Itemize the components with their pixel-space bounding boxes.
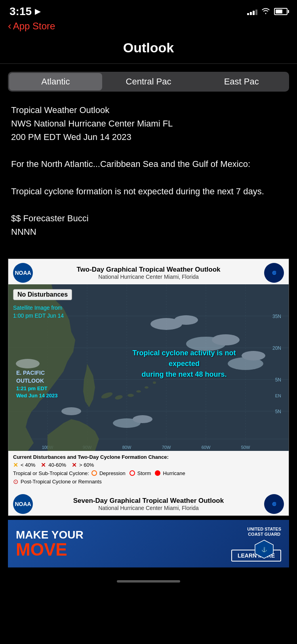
noaa-logo: NOAA [13, 263, 33, 283]
svg-point-28 [153, 381, 156, 384]
ad-text-left: MAKE YOUR MOVE [16, 529, 84, 559]
legend-row-3: Tropical or Sub-Tropical Cyclone: Depres… [13, 470, 284, 476]
ad-make-your: MAKE YOUR [16, 529, 84, 541]
svg-text:5N: 5N [275, 409, 281, 414]
ad-brand-line1: UNITED STATES [247, 527, 281, 532]
segment-control: Atlantic Central Pac East Pac [8, 72, 289, 92]
outlook-content: Tropical Weather Outlook NWS National Hu… [0, 100, 297, 247]
svg-point-37 [16, 359, 40, 368]
sat-time-label: Satellite Image from 1:00 pm EDT Jun 14 [13, 304, 64, 320]
wifi-icon [261, 7, 270, 16]
epac-label: E. PACIFIC OUTLOOK 1:21 pm EDT Wed Jun 1… [16, 369, 58, 399]
battery-icon [274, 8, 287, 15]
legend-title: Current Disturbances and Two-Day Cyclone… [13, 454, 169, 460]
legend-row-1: Current Disturbances and Two-Day Cyclone… [13, 454, 284, 460]
seven-day-title: Seven-Day Graphical Tropical Weather Out… [33, 497, 264, 505]
two-day-map-container: NOAA Two-Day Graphical Tropical Weather … [8, 259, 289, 516]
hurricane-icon [155, 470, 160, 476]
app-store-label: App Store [13, 21, 55, 32]
depression-icon [91, 470, 97, 476]
post-tropical-label: Post-Tropical Cyclone or Remnants [21, 479, 102, 485]
svg-point-38 [61, 407, 81, 415]
nhc-logo-2: 🌀 [264, 494, 284, 514]
svg-text:35N: 35N [272, 314, 281, 319]
svg-text:80W: 80W [122, 445, 131, 450]
home-indicator [0, 575, 297, 585]
svg-point-32 [212, 334, 240, 345]
sat-message: Tropical cyclone activity is not expecte… [125, 348, 244, 380]
bar3 [253, 11, 255, 15]
depression-label: Depression [99, 470, 126, 476]
seven-day-sub: National Hurricane Center Miami, Florida [33, 505, 264, 511]
status-time: 3:15 ▶ [10, 5, 40, 18]
svg-point-26 [136, 390, 141, 393]
location-icon: ▶ [35, 7, 40, 16]
tab-atlantic[interactable]: Atlantic [9, 73, 102, 90]
storm-label: Storm [137, 470, 151, 476]
nav-bar: Outlook [0, 36, 297, 63]
svg-point-25 [128, 394, 134, 397]
sat-legend: Current Disturbances and Two-Day Cyclone… [8, 451, 289, 490]
signal-bars [247, 8, 257, 15]
page-title: Outlook [123, 40, 174, 56]
seven-day-header-center: Seven-Day Graphical Tropical Weather Out… [33, 497, 264, 511]
status-bar: 3:15 ▶ [0, 0, 297, 20]
home-bar [117, 580, 180, 583]
storm-icon [129, 470, 135, 476]
legend-high-label: > 60% [79, 462, 94, 468]
ad-brand-line2: COAST GUARD [247, 532, 281, 537]
svg-point-30 [174, 315, 198, 325]
coast-guard-emblem: ⚓ [254, 539, 274, 559]
legend-type-label: Tropical or Sub-Tropical Cyclone: [13, 470, 89, 476]
outlook-text: Tropical Weather Outlook NWS National Hu… [11, 104, 286, 239]
two-day-sub: National Hurricane Center Miami, Florida [33, 274, 264, 280]
back-arrow-icon: ‹ [8, 20, 11, 32]
legend-row-2: ✕ < 40% ✕ 40-60% ✕ > 60% [13, 462, 284, 469]
battery-fill [276, 10, 282, 13]
status-right [247, 7, 287, 16]
hurricane-label: Hurricane [163, 470, 185, 476]
legend-low-label: < 40% [21, 462, 35, 468]
bar4 [255, 10, 257, 15]
satellite-map: 35N 20N 5N EN 5N 100W 90W 80W 70W 60W 50… [8, 284, 289, 451]
svg-text:70W: 70W [162, 445, 171, 450]
two-day-title: Two-Day Graphical Tropical Weather Outlo… [33, 266, 264, 274]
legend-x-low: ✕ [13, 462, 18, 469]
coast-guard-ad[interactable]: MAKE YOUR MOVE UNITED STATES COAST GUARD… [8, 520, 289, 567]
time-display: 3:15 [10, 5, 32, 18]
tab-east-pac[interactable]: East Pac [195, 73, 288, 90]
svg-text:EN: EN [275, 393, 281, 398]
noaa-logo-2: NOAA [13, 494, 33, 514]
tab-central-pac[interactable]: Central Pac [102, 73, 195, 90]
svg-point-34 [242, 351, 265, 360]
legend-x-high: ✕ [72, 462, 77, 469]
post-tropical-icon: ⊙ [13, 478, 18, 485]
nav-divider [0, 63, 297, 64]
svg-point-36 [133, 415, 152, 423]
svg-text:5N: 5N [275, 377, 281, 383]
app-store-nav[interactable]: ‹ App Store [0, 20, 297, 36]
svg-text:20N: 20N [272, 345, 281, 351]
bar1 [247, 13, 249, 15]
ad-move: MOVE [16, 541, 84, 558]
no-disturbances-badge: No Disturbances [13, 289, 72, 300]
ad-logo: UNITED STATES COAST GUARD ⚓ [247, 527, 281, 561]
legend-row-4: ⊙ Post-Tropical Cyclone or Remnants [13, 478, 284, 485]
two-day-header-center: Two-Day Graphical Tropical Weather Outlo… [33, 266, 264, 280]
two-day-header: NOAA Two-Day Graphical Tropical Weather … [8, 259, 289, 284]
svg-text:50W: 50W [241, 445, 250, 450]
svg-point-27 [145, 386, 148, 389]
legend-x-med: ✕ [41, 462, 46, 469]
nhc-logo: 🌀 [264, 263, 284, 283]
svg-text:60W: 60W [202, 445, 211, 450]
bar2 [250, 12, 252, 15]
svg-text:⚓: ⚓ [261, 546, 267, 552]
legend-med-label: 40-60% [48, 462, 66, 468]
seven-day-header: NOAA Seven-Day Graphical Tropical Weathe… [8, 490, 289, 516]
